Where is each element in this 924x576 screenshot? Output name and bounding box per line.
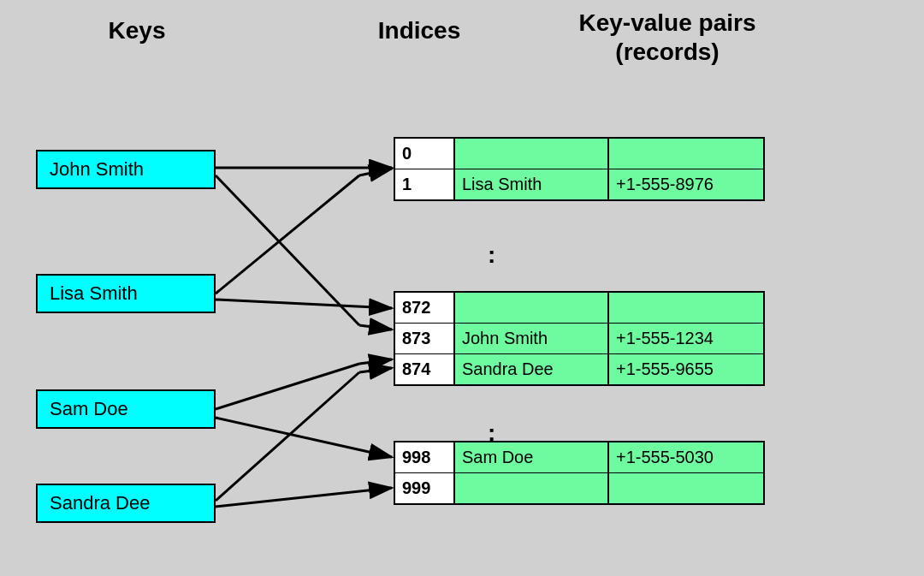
table-row: 1 Lisa Smith +1-555-8976	[395, 169, 763, 199]
table-row: 0	[395, 139, 763, 169]
svg-line-9	[216, 418, 392, 457]
index-cell: 872	[395, 293, 455, 323]
index-cell: 998	[395, 442, 455, 472]
name-cell	[455, 139, 609, 169]
svg-line-3	[359, 325, 392, 330]
header-indices: Indices	[368, 17, 471, 45]
key-sandra-dee: Sandra Dee	[36, 484, 216, 523]
name-cell	[455, 293, 609, 323]
diagram: Keys Indices Key-value pairs (records) J…	[0, 0, 924, 576]
svg-line-4	[216, 175, 359, 294]
phone-cell	[609, 139, 763, 169]
phone-cell: +1-555-8976	[609, 169, 763, 199]
index-cell: 0	[395, 139, 455, 169]
phone-cell: +1-555-1234	[609, 324, 763, 353]
name-cell: Sam Doe	[455, 442, 609, 472]
table-row: 998 Sam Doe +1-555-5030	[395, 442, 763, 473]
name-cell: John Smith	[455, 324, 609, 353]
table-group-3: 998 Sam Doe +1-555-5030 999	[394, 441, 765, 505]
svg-line-11	[359, 368, 392, 372]
svg-line-8	[359, 359, 392, 364]
phone-cell: +1-555-9655	[609, 354, 763, 384]
name-cell: Sandra Dee	[455, 354, 609, 384]
ellipsis-1: :	[488, 241, 495, 269]
table-row: 874 Sandra Dee +1-555-9655	[395, 354, 763, 384]
svg-line-5	[359, 169, 392, 175]
header-keys: Keys	[51, 17, 222, 45]
table-row: 873 John Smith +1-555-1234	[395, 324, 763, 354]
key-lisa-smith: Lisa Smith	[36, 274, 216, 313]
svg-line-6	[216, 300, 392, 308]
index-cell: 999	[395, 473, 455, 503]
index-cell: 1	[395, 169, 455, 199]
header-kvpairs: Key-value pairs (records)	[505, 9, 830, 66]
phone-cell: +1-555-5030	[609, 442, 763, 472]
table-group-1: 0 1 Lisa Smith +1-555-8976	[394, 137, 765, 201]
phone-cell	[609, 293, 763, 323]
name-cell: Lisa Smith	[455, 169, 609, 199]
svg-line-7	[216, 364, 359, 409]
index-cell: 873	[395, 324, 455, 353]
svg-line-2	[216, 175, 359, 325]
name-cell	[455, 473, 609, 503]
table-row: 872	[395, 293, 763, 324]
phone-cell	[609, 473, 763, 503]
table-group-2: 872 873 John Smith +1-555-1234 874 Sandr…	[394, 291, 765, 386]
svg-line-12	[216, 488, 392, 507]
key-sam-doe: Sam Doe	[36, 389, 216, 429]
table-row: 999	[395, 473, 763, 503]
svg-line-10	[216, 372, 359, 501]
key-john-smith: John Smith	[36, 150, 216, 189]
index-cell: 874	[395, 354, 455, 384]
